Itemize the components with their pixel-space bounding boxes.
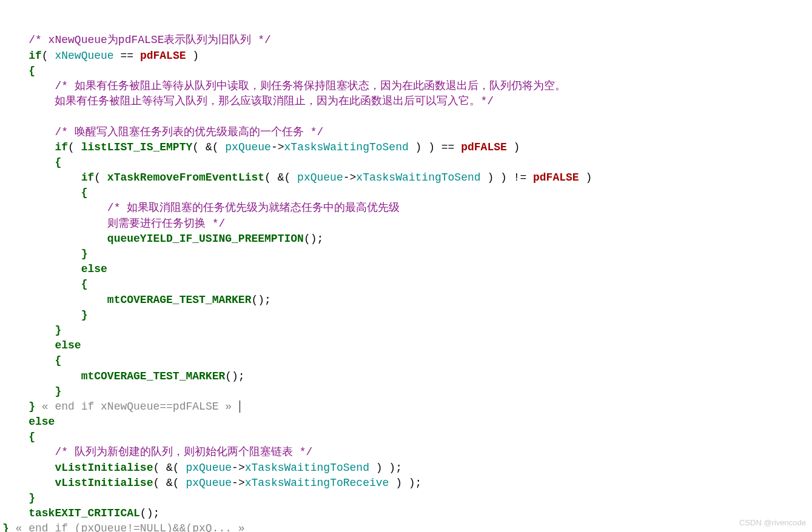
- brace: }: [29, 492, 35, 504]
- brace: {: [55, 156, 61, 168]
- comment: /* 如果有任务被阻止等待从队列中读取，则任务将保持阻塞状态，因为在此函数退出后…: [55, 80, 565, 92]
- comment: 如果有任务被阻止等待写入队列，那么应该取消阻止，因为在此函数退出后可以写入它。*…: [55, 95, 494, 107]
- function-call: queueYIELD_IF_USING_PREEMPTION: [107, 233, 304, 245]
- brace: {: [81, 187, 88, 199]
- brace: {: [81, 278, 88, 290]
- function-call: mtCOVERAGE_TEST_MARKER: [107, 294, 252, 306]
- keyword-if: if: [81, 171, 95, 184]
- function-call: mtCOVERAGE_TEST_MARKER: [81, 370, 226, 382]
- keyword-else: else: [55, 339, 81, 351]
- brace: }: [2, 522, 9, 532]
- code-block: /* xNewQueue为pdFALSE表示队列为旧队列 */ if( xNew…: [2, 33, 810, 532]
- keyword-else: else: [81, 263, 107, 275]
- brace: }: [55, 385, 61, 397]
- function-call: vListInitialise: [55, 477, 153, 489]
- watermark: CSDN @rivencode: [739, 517, 806, 528]
- comment: /* 唤醒写入阻塞任务列表的优先级最高的一个任务 */: [55, 126, 323, 138]
- fold-hint: « end if (pxQueue!=NULL)&&(pxQ... »: [9, 522, 245, 532]
- brace: }: [29, 401, 35, 413]
- keyword-if: if: [29, 50, 42, 62]
- brace: }: [81, 248, 88, 260]
- comment: 则需要进行任务切换 */: [107, 218, 225, 230]
- keyword-else: else: [29, 416, 55, 428]
- brace: }: [81, 309, 88, 321]
- keyword-if: if: [55, 141, 68, 153]
- brace: {: [29, 65, 35, 77]
- brace: }: [55, 324, 61, 336]
- function-call: taskEXIT_CRITICAL: [29, 507, 140, 519]
- fold-hint: « end if xNewQueue==pdFALSE »: [35, 401, 238, 413]
- brace: {: [29, 431, 35, 443]
- brace: {: [55, 354, 61, 367]
- comment: /* xNewQueue: [29, 34, 107, 46]
- comment: /* 队列为新创建的队列，则初始化两个阻塞链表 */: [55, 446, 312, 458]
- comment: /* 如果取消阻塞的任务优先级为就绪态任务中的最高优先级: [107, 202, 400, 214]
- text-cursor: [240, 401, 240, 413]
- function-call: vListInitialise: [55, 462, 153, 474]
